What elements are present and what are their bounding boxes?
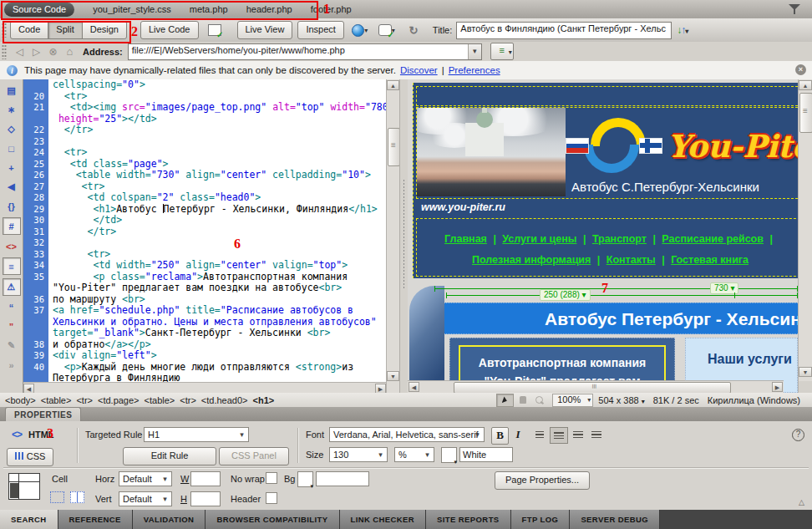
collapse-selection-icon[interactable]: □	[3, 140, 20, 156]
title-input[interactable]: Автобус в Финляндию (Санкт Петербург - Х…	[456, 22, 672, 39]
scroll-right-icon[interactable]: ▶	[375, 384, 386, 394]
format-source-code-icon[interactable]: ✎	[3, 338, 20, 354]
scroll-up-icon[interactable]: ▲	[387, 80, 399, 90]
size-select[interactable]: 130 ▾	[329, 447, 388, 462]
code-line[interactable]: 20 <tr>	[23, 91, 386, 103]
cell-height-input[interactable]	[190, 491, 221, 506]
home-icon[interactable]: ⌂	[64, 45, 75, 58]
code-line[interactable]: 36по маршруту <br>	[23, 294, 386, 306]
code-line[interactable]: 23	[23, 136, 386, 148]
source-code-tab[interactable]: Source Code	[4, 3, 74, 17]
horz-select[interactable]: Default ▾	[119, 471, 172, 486]
code-line[interactable]: "You-Piter" предлагает вам поездки на ав…	[23, 282, 386, 294]
code-vertical-scrollbar[interactable]: ▲ ▼	[386, 79, 400, 393]
merge-cells-icon[interactable]	[50, 491, 64, 503]
syntax-error-alerts-icon[interactable]: ≡	[3, 257, 21, 275]
tag-selector-item[interactable]: <body>	[5, 395, 36, 405]
scrollbar-thumb[interactable]	[799, 93, 812, 133]
preferences-link[interactable]: Preferences	[449, 65, 500, 75]
results-tab-validation[interactable]: VALIDATION	[133, 510, 206, 529]
tag-selector-item[interactable]: <tr>	[180, 395, 196, 405]
code-line[interactable]: 30 </td>	[23, 215, 386, 226]
results-tab-reference[interactable]: REFERENCE	[58, 510, 133, 529]
results-tab-link-checker[interactable]: LINK CHECKER	[340, 510, 427, 529]
expand-all-icon[interactable]: +	[3, 160, 20, 175]
balance-braces-icon[interactable]: {}	[3, 198, 20, 214]
code-line[interactable]: 31 </tr>	[23, 226, 386, 238]
page-heading[interactable]: Автобус Петербург - Хельсин	[444, 303, 798, 334]
nav-link[interactable]: Транспорт	[592, 233, 647, 245]
text-color-swatch[interactable]	[441, 447, 457, 463]
cell-width-input[interactable]	[190, 471, 221, 486]
code-line[interactable]: 40 <p>Каждый день многие люди отправляют…	[23, 362, 386, 374]
design-view[interactable]: You-Piter Автобус С.Петербург-Хельсинки …	[408, 79, 798, 393]
vert-select[interactable]: Default ▾	[119, 491, 172, 506]
code-navigator-icon[interactable]: ∗	[3, 102, 20, 118]
nav-link[interactable]: Главная	[444, 233, 487, 245]
close-icon[interactable]: ×	[795, 64, 806, 75]
code-line[interactable]: 38и обратно</a></p>	[23, 339, 386, 351]
code-horizontal-scrollbar[interactable]: ◀ ▶	[23, 382, 386, 394]
tag-selector-item[interactable]: <td.page>	[98, 395, 140, 405]
align-left-button[interactable]	[531, 427, 548, 442]
collapse-full-tag-icon[interactable]: ◇	[3, 121, 20, 137]
validate-markup-button[interactable]: ▾	[376, 21, 398, 39]
filter-icon[interactable]	[789, 4, 800, 14]
scroll-right-icon[interactable]: ▶	[772, 382, 783, 392]
code-line[interactable]: 26 <table width="730" align="center" cel…	[23, 170, 386, 181]
nav-link[interactable]: Контакты	[606, 254, 656, 266]
back-icon[interactable]: ◁	[14, 46, 25, 58]
apply-comment-icon[interactable]: “	[3, 299, 20, 315]
scroll-left-icon[interactable]: ◀	[409, 382, 419, 392]
nav-link[interactable]: Полезная информация	[472, 254, 591, 266]
address-input[interactable]: file:///E|/WebServers/home/you-piter/www…	[128, 43, 482, 60]
scrollbar-thumb[interactable]	[454, 382, 731, 393]
page-properties-button[interactable]: Page Properties...	[495, 471, 590, 490]
tag-selector-item[interactable]: <table>	[41, 395, 72, 405]
related-file-tab[interactable]: footer.php	[311, 4, 352, 14]
discover-link[interactable]: Discover	[400, 65, 438, 75]
design-horizontal-scrollbar[interactable]: ◀ ▶	[408, 380, 784, 393]
related-file-tab[interactable]: header.php	[246, 4, 292, 14]
edit-rule-button[interactable]: Edit Rule	[123, 447, 216, 465]
refresh-button[interactable]: ↻	[403, 21, 424, 39]
bg-color-swatch[interactable]	[297, 471, 313, 487]
code-line[interactable]: 33 <tr>	[23, 249, 386, 261]
results-tab-ftp-log[interactable]: FTP LOG	[511, 510, 571, 529]
italic-button[interactable]: I	[511, 427, 525, 443]
view-options-button[interactable]: ≡▾	[490, 43, 514, 60]
code-line[interactable]: 35 <p class="reclama">Автотранспортная к…	[23, 272, 386, 283]
column-width-menu[interactable]: 250 (288) ▾	[540, 289, 591, 301]
code-line[interactable]: 29 <h1>Автобус Петербург - Хельсинки, Фи…	[23, 204, 386, 216]
check-page-icon[interactable]	[204, 21, 226, 39]
nav-link[interactable]: Гостевая книга	[671, 254, 749, 266]
results-tab-site-reports[interactable]: SITE REPORTS	[426, 510, 510, 529]
color-value-input[interactable]: White	[459, 447, 513, 462]
code-line[interactable]: 34 <td width="250" align="center" valign…	[23, 260, 386, 272]
highlight-invalid-code-icon[interactable]: <>	[3, 238, 20, 254]
select-tool[interactable]	[496, 394, 514, 407]
code-line[interactable]: Петербурга в Финляндию	[23, 373, 386, 382]
nav-link[interactable]: Услуги и цены	[502, 233, 576, 245]
code-line[interactable]: height="25"></td>	[23, 114, 386, 125]
align-right-button[interactable]	[570, 427, 586, 442]
no-wrap-checkbox[interactable]	[266, 472, 277, 484]
code-line[interactable]: 37<a href="schedule.php" title="Расписан…	[23, 305, 386, 317]
code-line[interactable]: 21 <td><img src="images/page_top.png" al…	[23, 102, 386, 114]
live-code-button[interactable]: Live Code	[140, 21, 199, 39]
code-line[interactable]: Хельсинки и обратно. Цены и места отправ…	[23, 317, 386, 328]
header-checkbox[interactable]	[266, 492, 277, 504]
results-tab-search[interactable]: SEARCH	[0, 510, 58, 529]
code-editor[interactable]: cellspacing="0">20 <tr>21 <td><img src="…	[23, 79, 386, 382]
code-line[interactable]: 22 </tr>	[23, 125, 386, 136]
css-panel-button[interactable]: CSS Panel	[219, 447, 289, 465]
related-file-tab[interactable]: meta.php	[190, 4, 228, 14]
justify-button[interactable]	[588, 427, 605, 442]
code-line[interactable]: target="_blank">Санкт-Петербург - Хельси…	[23, 328, 386, 339]
code-line[interactable]: cellspacing="0">	[23, 79, 386, 91]
code-line[interactable]: 27 <tr>	[23, 181, 386, 193]
related-file-tab[interactable]: you_piter_style.css	[93, 4, 171, 14]
design-view-button[interactable]: Design	[82, 21, 127, 39]
results-tab-browser-compatibility[interactable]: BROWSER COMPATIBILITY	[206, 510, 339, 529]
targeted-rule-select[interactable]: H1 ▾	[144, 427, 249, 442]
